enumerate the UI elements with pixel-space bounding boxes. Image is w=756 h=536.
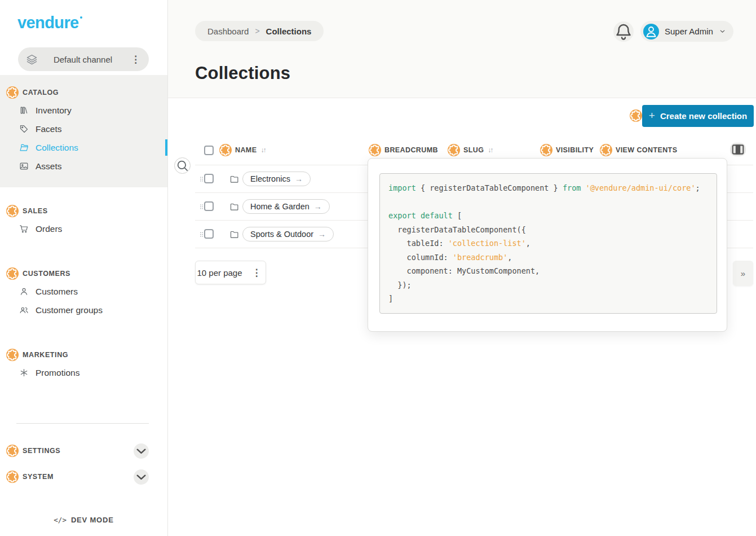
sidebar-nav: CATALOGInventoryFacetsCollectionsAssetsS… [0,75,167,485]
columns-icon [730,142,746,157]
devmode-badge-breadcrumb-column[interactable] [369,144,381,156]
sidebar-section-label: SALES [23,207,48,215]
sidebar-section-label: CUSTOMERS [23,270,70,278]
column-label-view-contents[interactable]: VIEW CONTENTS [616,146,677,154]
sidebar-section-header: SYSTEM [0,469,167,485]
sidebar-section-system: SYSTEM [0,469,167,485]
collection-chip[interactable]: Sports & Outdoor→ [242,227,334,241]
layers-icon [26,54,38,65]
select-all-checkbox[interactable] [204,146,214,155]
sidebar-item-orders[interactable]: Orders [0,220,167,238]
sidebar-item-collections[interactable]: Collections [0,139,167,156]
user-name: Super Admin [665,27,713,36]
breadcrumb: Dashboard > Collections [195,21,324,41]
sidebar-section-settings: SETTINGS [0,443,167,459]
code-line: ] [388,292,712,306]
puzzle-icon[interactable] [6,205,19,217]
facets-icon [19,124,29,134]
kebab-icon[interactable]: ⋮ [128,54,143,65]
search-icon [175,158,190,173]
sidebar-item-facets[interactable]: Facets [0,120,167,138]
column-label-breadcrumb[interactable]: BREADCRUMB [384,146,438,154]
next-page-button[interactable]: » [733,261,753,286]
folder-icon [229,174,239,184]
sidebar-section-marketing: MARKETINGPromotions [0,347,167,381]
create-new-collection-button[interactable]: + Create new collection [642,105,754,127]
sidebar-section-customers: CUSTOMERSCustomersCustomer groups [0,266,167,319]
code-line: component: MyCustomComponent, [388,264,712,278]
devmode-badge-slug-column[interactable] [448,144,460,156]
page-header-band: Dashboard > Collections Super Admin Coll… [168,0,756,98]
sidebar-item-promotions[interactable]: Promotions [0,364,167,381]
sidebar-item-customers[interactable]: Customers [0,283,167,300]
column-label-name[interactable]: NAME [235,146,257,154]
section-collapse-button[interactable] [134,443,149,459]
items-per-page-select[interactable]: 10 per page ⋮ [195,261,266,284]
row-checkbox[interactable] [204,174,214,183]
customers-icon [19,287,29,296]
puzzle-icon[interactable] [6,445,19,457]
code-line: tableId: 'collection-list', [388,236,712,251]
puzzle-icon[interactable] [6,471,19,483]
dev-mode-label: DEV MODE [71,516,114,524]
folder-icon [229,230,239,239]
logo-text: vendure [17,14,79,32]
code-line: registerDataTableComponent({ [388,223,712,237]
promotions-icon [19,368,29,377]
notifications-button[interactable] [613,21,634,42]
collection-name: Sports & Outdoor [250,230,313,239]
vendure-logo[interactable]: vendure [17,14,82,32]
devmode-badge-name-column[interactable] [219,144,232,156]
collection-chip[interactable]: Home & Garden→ [242,199,330,214]
sidebar-section-header: CUSTOMERS [0,266,167,282]
row-checkbox[interactable] [204,229,214,239]
code-line [388,195,712,209]
sidebar-item-assets[interactable]: Assets [0,157,167,175]
kebab-icon: ⋮ [249,267,264,279]
table-search-button[interactable] [174,157,191,174]
puzzle-icon[interactable] [6,349,19,361]
chevron-down-icon [719,28,726,35]
collections-icon [19,143,29,152]
sidebar: vendure Default channel ⋮ CATALOGInvento… [0,0,168,536]
sort-icon[interactable]: ↓↑ [488,146,492,154]
breadcrumb-collections[interactable]: Collections [266,27,312,36]
devmode-badge-create-button[interactable] [630,109,642,122]
devmode-badge-view-contents-column[interactable] [600,144,612,156]
inventory-icon [19,106,29,115]
breadcrumb-dashboard[interactable]: Dashboard [207,27,249,36]
sidebar-section-header: MARKETING [0,347,167,363]
arrow-right-icon: → [318,230,326,239]
sidebar-item-inventory[interactable]: Inventory [0,102,167,119]
column-label-slug[interactable]: SLUG [463,146,484,154]
sidebar-section-label: SETTINGS [23,447,60,455]
sort-icon[interactable]: ↓↑ [260,146,265,154]
puzzle-icon[interactable] [6,86,19,99]
channel-selector[interactable]: Default channel ⋮ [18,47,149,71]
sidebar-section-label: CATALOG [23,89,59,96]
sidebar-section-header: SETTINGS [0,443,167,459]
breadcrumb-separator: > [255,27,259,36]
row-checkbox[interactable] [204,201,214,211]
folder-icon [229,202,239,212]
sidebar-item-customer-groups[interactable]: Customer groups [0,301,167,319]
customer-groups-icon [19,305,29,315]
user-icon [643,24,659,39]
channel-label: Default channel [38,55,128,64]
column-header-slug: SLUG ↓↑ [448,144,492,156]
code-snippet: import { registerDataTableComponent } fr… [379,173,717,314]
puzzle-icon[interactable] [6,267,19,280]
column-settings-button[interactable] [730,143,746,156]
dev-mode-button[interactable]: </> DEV MODE [0,516,167,524]
code-line: }); [388,278,712,292]
column-label-visibility[interactable]: VISIBILITY [556,146,594,154]
sidebar-item-label: Collections [36,143,78,153]
collection-chip[interactable]: Electronics→ [242,172,311,186]
sidebar-item-label: Assets [36,161,62,172]
devmode-badge-visibility-column[interactable] [540,144,552,156]
section-collapse-button[interactable] [134,469,149,485]
code-line: columnId: 'breadcrumb', [388,251,712,265]
plus-icon: + [649,109,655,122]
code-line: export default [ [388,209,712,223]
user-menu[interactable]: Super Admin [640,21,733,42]
